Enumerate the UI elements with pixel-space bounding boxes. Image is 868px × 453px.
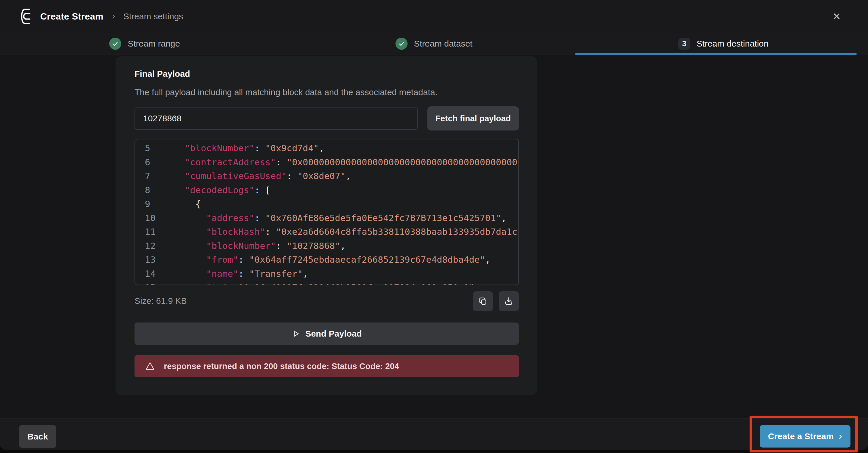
play-icon: [291, 329, 300, 338]
code-line: 9 {: [135, 197, 518, 211]
copy-icon: [478, 296, 488, 306]
code-line: 11 "blockHash": "0xe2a6d6604c8ffa5b33811…: [135, 225, 518, 239]
error-message: response returned a non 200 status code:…: [164, 362, 399, 371]
main-content: Final Payload The full payload including…: [0, 56, 868, 450]
line-number: 6: [135, 155, 163, 169]
step-label: Stream range: [128, 39, 180, 49]
line-number: 5: [135, 141, 163, 155]
line-number: 11: [135, 225, 163, 239]
error-banner: response returned a non 200 status code:…: [134, 355, 519, 377]
code-line: 8 "decodedLogs": [: [135, 183, 518, 197]
line-number: 10: [135, 211, 163, 225]
send-payload-label: Send Payload: [305, 329, 362, 339]
code-line: 13 "from": "0x64aff7245ebdaaecaf26685213…: [135, 253, 518, 267]
block-number-input[interactable]: [134, 107, 418, 130]
line-number: 14: [135, 267, 163, 281]
chevron-right-icon: ›: [839, 431, 842, 441]
line-number: 12: [135, 239, 163, 253]
close-icon[interactable]: ✕: [830, 10, 843, 23]
line-number: 8: [135, 183, 163, 197]
code-lines: 5 "blockNumber": "0x9cd7d4",6 "contractA…: [135, 140, 518, 285]
code-line: 7 "cumulativeGasUsed": "0x8de07",: [135, 169, 518, 183]
step-stream-range[interactable]: Stream range: [0, 33, 289, 55]
stepper: Stream range Stream dataset 3 Stream des…: [0, 33, 868, 55]
check-icon: [109, 38, 121, 50]
card-title: Final Payload: [134, 69, 190, 79]
payload-code-editor[interactable]: 5 "blockNumber": "0x9cd7d4",6 "contractA…: [134, 139, 519, 285]
warning-triangle-icon: [145, 361, 155, 371]
line-number: 9: [135, 197, 163, 211]
code-line: 14 "name": "Transfer",: [135, 267, 518, 281]
code-line: 15 "to": "0x96a41097fc839448b2591fac2978…: [135, 280, 518, 285]
step-number-badge: 3: [678, 38, 690, 50]
create-stream-modal: Create Stream › Stream settings ✕ Stream…: [0, 0, 868, 450]
streams-logo-icon: [19, 8, 33, 25]
copy-payload-button[interactable]: [473, 291, 493, 311]
active-step-underline: [576, 53, 857, 55]
line-number: 13: [135, 253, 163, 267]
breadcrumb-item: Stream settings: [123, 11, 183, 21]
code-line: 10 "address": "0x760AfE86e5de5fa0Ee542fc…: [135, 211, 518, 225]
code-line: 5 "blockNumber": "0x9cd7d4",: [135, 141, 518, 155]
step-label: Stream dataset: [414, 39, 472, 49]
page-title: Create Stream: [40, 11, 103, 22]
breadcrumb-chevron-icon: ›: [112, 11, 115, 21]
back-button[interactable]: Back: [19, 425, 56, 448]
step-label: Stream destination: [697, 39, 769, 49]
line-number: 7: [135, 169, 163, 183]
payload-size-label: Size: 61.9 KB: [134, 296, 187, 306]
step-stream-destination[interactable]: 3 Stream destination: [579, 33, 868, 55]
header-bar: Create Stream › Stream settings ✕: [0, 0, 868, 33]
create-stream-label: Create a Stream: [768, 431, 834, 441]
footer-bar: Back Create a Stream ›: [0, 419, 868, 450]
download-payload-button[interactable]: [499, 291, 519, 311]
send-payload-button[interactable]: Send Payload: [134, 323, 519, 345]
code-line: 12 "blockNumber": "10278868",: [135, 239, 518, 253]
line-number: 15: [135, 280, 163, 285]
create-stream-button[interactable]: Create a Stream ›: [760, 425, 850, 448]
check-icon: [396, 38, 408, 50]
code-line: 6 "contractAddress": "0x0000000000000000…: [135, 155, 518, 169]
card-description: The full payload including all matching …: [134, 87, 437, 97]
final-payload-card: Final Payload The full payload including…: [116, 56, 537, 395]
fetch-final-payload-button[interactable]: Fetch final payload: [427, 107, 519, 130]
download-icon: [504, 296, 514, 306]
step-stream-dataset[interactable]: Stream dataset: [289, 33, 579, 55]
